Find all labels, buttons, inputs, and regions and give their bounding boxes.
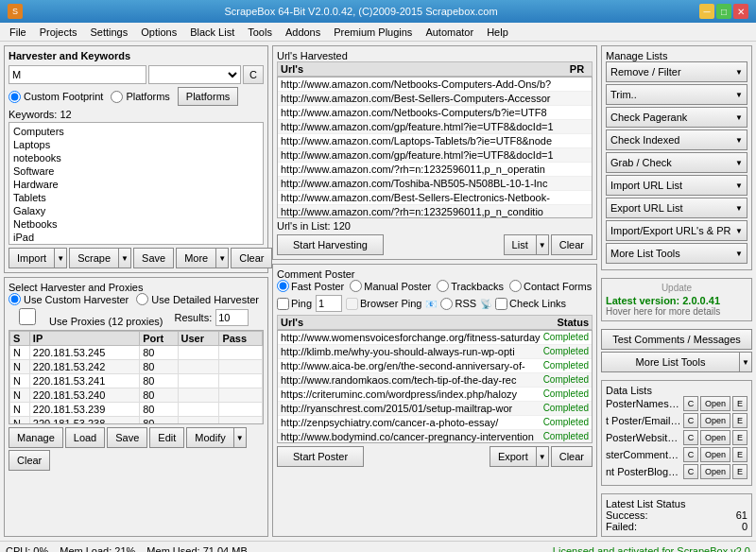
menu-file[interactable]: File — [4, 25, 32, 40]
close-button[interactable]: ✕ — [733, 4, 748, 19]
data-list-open-btn[interactable]: Open — [700, 396, 730, 411]
fast-poster-label[interactable]: Fast Poster — [277, 280, 344, 292]
platforms-radio-label[interactable]: Platforms — [111, 91, 169, 103]
maximize-button[interactable]: □ — [716, 4, 731, 19]
more-button[interactable]: More — [176, 248, 215, 268]
export-dropdown-arrow[interactable]: ▼ — [536, 446, 549, 467]
proxy-manage-button[interactable]: Manage — [9, 427, 63, 448]
fast-poster-radio[interactable] — [277, 280, 289, 292]
menu-options[interactable]: Options — [135, 25, 182, 40]
scrape-dropdown-arrow[interactable]: ▼ — [118, 248, 131, 268]
more-list-tools-button[interactable]: More List Tools — [601, 352, 739, 372]
keyword-item[interactable]: Software — [11, 164, 261, 178]
data-list-c-btn[interactable]: C — [683, 447, 698, 462]
menu-addons[interactable]: Addons — [280, 25, 326, 40]
menu-tools[interactable]: Tools — [242, 25, 278, 40]
import-dropdown-arrow[interactable]: ▼ — [54, 248, 67, 268]
keywords-list[interactable]: ComputersLaptopsnotebooksSoftwareHardwar… — [9, 122, 264, 245]
ping-label[interactable]: Ping — [277, 298, 312, 310]
url-item[interactable]: http://www.amazon.com/Best-Sellers-Elect… — [278, 191, 592, 205]
keyword-item[interactable]: Monitors — [11, 244, 261, 245]
trackbacks-label[interactable]: Trackbacks — [437, 280, 504, 292]
manual-poster-label[interactable]: Manual Poster — [350, 280, 431, 292]
contact-forms-radio[interactable] — [509, 280, 522, 292]
menu-automator[interactable]: Automator — [420, 25, 479, 40]
proxy-modify-arrow[interactable]: ▼ — [233, 427, 247, 448]
url-item[interactable]: http://www.amazon.com/gp/feature.html?ie… — [278, 120, 592, 134]
custom-footprint-label[interactable]: Custom Footprint — [9, 91, 103, 103]
comment-item[interactable]: http://klimb.me/why-you-should-always-ru… — [278, 345, 592, 359]
more-list-tools-arrow[interactable]: ▼ — [739, 352, 752, 372]
manage-list-button[interactable]: Grab / Check▼ — [606, 152, 747, 173]
comment-item[interactable]: http://www.aica-be.org/en/the-second-ann… — [278, 359, 592, 373]
platforms-radio[interactable] — [111, 91, 123, 103]
data-list-open-btn[interactable]: Open — [700, 447, 730, 462]
search-dropdown[interactable] — [148, 65, 241, 84]
url-item[interactable]: http://www.amazon.com/?rh=n:1232596011,p… — [278, 205, 592, 218]
data-list-c-btn[interactable]: C — [683, 464, 698, 479]
comment-item[interactable]: http://www.womensvoicesforchange.org/fit… — [278, 331, 592, 345]
rss-label[interactable]: RSS — [440, 298, 476, 310]
proxy-save-button[interactable]: Save — [107, 427, 147, 448]
url-list[interactable]: http://www.amazon.com/Netbooks-Computers… — [277, 77, 593, 218]
url-item[interactable]: http://www.amazon.com/Laptops-Tablets/b?… — [278, 134, 592, 148]
ping-checkbox[interactable] — [277, 298, 289, 310]
use-detailed-radio[interactable] — [136, 293, 148, 305]
data-list-c-btn[interactable]: C — [683, 396, 698, 411]
keyword-item[interactable]: notebooks — [11, 151, 261, 164]
url-item[interactable]: http://www.amazon.com/Netbooks-Computers… — [278, 106, 592, 120]
harvester-clear-button[interactable]: Clear — [231, 248, 272, 268]
use-proxies-label[interactable]: Use Proxies (12 proxies) — [9, 308, 163, 327]
url-item[interactable]: http://www.amazon.com/?rh=n:1232596011,p… — [278, 163, 592, 177]
data-list-e-btn[interactable]: E — [732, 413, 747, 428]
manage-list-button[interactable]: Export URL List▼ — [606, 198, 747, 218]
menu-projects[interactable]: Projects — [34, 25, 83, 40]
data-list-e-btn[interactable]: E — [732, 396, 747, 411]
use-custom-radio[interactable] — [9, 293, 21, 305]
table-row[interactable]: N220.181.53.24080 — [10, 388, 263, 403]
url-item[interactable]: http://www.amazon.com/Toshiba-NB505-N508… — [278, 177, 592, 191]
keyword-item[interactable]: Laptops — [11, 138, 261, 151]
custom-footprint-radio[interactable] — [9, 91, 21, 103]
table-row[interactable]: N220.181.53.24580 — [10, 346, 263, 360]
check-links-label[interactable]: Check Links — [495, 298, 566, 310]
comment-item[interactable]: https://criteruminc.com/wordpress/index.… — [278, 388, 592, 402]
results-input[interactable] — [215, 309, 249, 326]
minimize-button[interactable]: ─ — [699, 4, 714, 19]
manage-list-button[interactable]: Check Indexed▼ — [606, 129, 747, 150]
proxy-modify-button[interactable]: Modify — [186, 427, 232, 448]
keyword-item[interactable]: Tablets — [11, 191, 261, 204]
more-dropdown-arrow[interactable]: ▼ — [215, 248, 229, 268]
menu-premium[interactable]: Premium Plugins — [328, 25, 418, 40]
keyword-item[interactable]: Computers — [11, 125, 261, 138]
comment-item[interactable]: http://www.randomkaos.com/tech-tip-of-th… — [278, 373, 592, 388]
table-row[interactable]: N220.181.53.24180 — [10, 374, 263, 388]
scrape-button[interactable]: Scrape — [69, 248, 118, 268]
platforms-button[interactable]: Platforms — [178, 87, 238, 106]
url-item[interactable]: http://www.amazon.com/Netbooks-Computers… — [278, 78, 592, 92]
c-button[interactable]: C — [243, 65, 264, 84]
manual-poster-radio[interactable] — [350, 280, 362, 292]
import-button[interactable]: Import — [9, 248, 54, 268]
hover-text[interactable]: Hover here for more details — [606, 306, 747, 317]
url-item[interactable]: http://www.amazon.com/Best-Sellers-Compu… — [278, 92, 592, 106]
manage-list-button[interactable]: Import URL List▼ — [606, 175, 747, 196]
data-list-e-btn[interactable]: E — [732, 430, 747, 445]
save-button[interactable]: Save — [133, 248, 174, 268]
comment-clear-button[interactable]: Clear — [551, 446, 593, 467]
data-list-open-btn[interactable]: Open — [700, 413, 730, 428]
ping-input[interactable] — [316, 295, 342, 312]
url-item[interactable]: http://www.amazon.com/gp/feature.html?ie… — [278, 148, 592, 163]
trackbacks-radio[interactable] — [437, 280, 449, 292]
data-list-open-btn[interactable]: Open — [700, 464, 730, 479]
data-list-c-btn[interactable]: C — [683, 413, 698, 428]
proxy-table-container[interactable]: S IP Port User Pass N220.181.53.24580N22… — [9, 330, 264, 424]
list-button[interactable]: List — [504, 234, 536, 255]
url-clear-button[interactable]: Clear — [551, 234, 593, 255]
comment-item[interactable]: http://zenpsychiatry.com/cancer-a-photo-… — [278, 416, 592, 430]
contact-forms-label[interactable]: Contact Forms — [509, 280, 592, 292]
manage-list-button[interactable]: Trim..▼ — [606, 84, 747, 105]
keyword-item[interactable]: Netbooks — [11, 217, 261, 231]
proxy-clear-button[interactable]: Clear — [9, 450, 50, 471]
table-row[interactable]: N220.181.53.23980 — [10, 403, 263, 417]
